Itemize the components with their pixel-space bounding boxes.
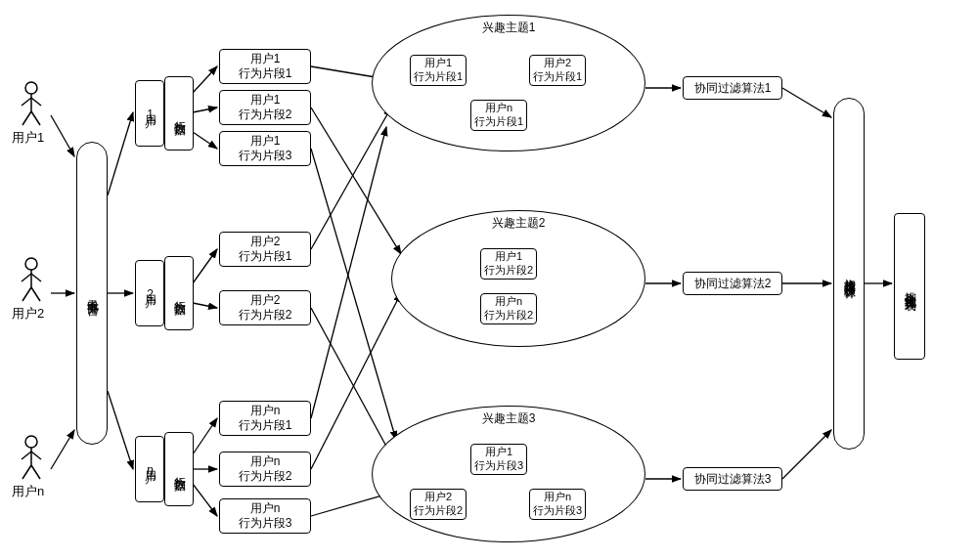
user-label-1: 用户1	[12, 129, 44, 147]
topic-1-b3: 用户n 行为片段1	[470, 100, 527, 131]
user-box-1-label: 用户1	[143, 106, 157, 122]
topic-3-title: 兴趣主题3	[482, 410, 536, 427]
behavior-box-1-label: 行为数据	[172, 111, 187, 115]
user-box-2: 用户2	[135, 260, 164, 326]
seg-u2s1: 用户2 行为片段1	[219, 232, 311, 267]
svg-line-7	[193, 108, 217, 112]
svg-line-18	[311, 308, 396, 464]
algo-3: 协同过滤算法3	[683, 467, 782, 491]
user-icon-2	[18, 256, 45, 303]
seg-uns1: 用户n 行为片段1	[219, 401, 311, 436]
svg-line-14	[311, 66, 381, 78]
behavior-box-n-label: 行为数据	[172, 467, 187, 471]
svg-line-13	[193, 484, 217, 516]
seg-u1s1: 用户1 行为片段1	[219, 49, 311, 84]
svg-line-17	[311, 108, 391, 249]
topic-1-b2: 用户2 行为片段1	[529, 55, 586, 86]
user-icon-n	[18, 434, 45, 481]
svg-line-44	[31, 452, 41, 459]
seg-u2s2: 用户2 行为片段2	[219, 290, 311, 325]
topic-3: 兴趣主题3 用户1 行为片段3 用户2 行为片段2 用户n 行为片段3	[372, 406, 645, 542]
svg-line-40	[31, 287, 40, 301]
user-box-1: 用户1	[135, 80, 164, 147]
svg-line-32	[31, 98, 41, 106]
svg-line-27	[782, 430, 831, 479]
topic-2-title: 兴趣主题2	[492, 215, 546, 232]
final-box: 排列个性化推荐列表	[894, 213, 925, 360]
svg-point-35	[25, 258, 37, 270]
behavior-box-2: 行为数据	[164, 256, 194, 330]
svg-point-29	[25, 82, 37, 94]
svg-line-39	[22, 287, 31, 301]
user-label-n: 用户n	[12, 483, 44, 500]
topic-1-title: 兴趣主题1	[482, 20, 536, 36]
seg-u1s3: 用户1 行为片段3	[219, 131, 311, 166]
final-label: 排列个性化推荐列表	[903, 282, 917, 291]
algo-2: 协同过滤算法2	[683, 272, 782, 295]
svg-line-0	[51, 115, 74, 156]
svg-line-31	[22, 98, 31, 106]
svg-line-11	[193, 418, 217, 454]
svg-line-15	[311, 108, 401, 254]
topic-2-b1: 用户1 行为片段2	[480, 248, 537, 280]
svg-line-8	[193, 132, 217, 149]
svg-line-16	[311, 149, 396, 440]
user-box-n: 用户n	[135, 436, 164, 502]
platform-pill: 电子商务平台	[76, 142, 108, 445]
svg-line-19	[311, 127, 386, 418]
topic-1: 兴趣主题1 用户1 行为片段1 用户2 行为片段1 用户n 行为片段1	[372, 15, 645, 151]
svg-point-41	[25, 436, 37, 448]
svg-line-3	[108, 112, 133, 195]
svg-line-43	[22, 452, 31, 459]
algo-1: 协同过滤算法1	[683, 76, 782, 100]
svg-line-5	[108, 391, 133, 469]
seg-uns2: 用户n 行为片段2	[219, 452, 311, 487]
topic-3-b2: 用户2 行为片段2	[410, 489, 467, 520]
svg-line-34	[31, 111, 40, 125]
svg-line-33	[22, 111, 31, 125]
svg-line-45	[22, 465, 31, 479]
topic-1-b1: 用户1 行为片段1	[410, 55, 467, 86]
user-box-n-label: 用户n	[143, 461, 157, 478]
topic-2-b2: 用户n 行为片段2	[480, 293, 537, 324]
user-icon-1	[18, 80, 45, 127]
svg-line-9	[193, 249, 217, 283]
seg-uns3: 用户n 行为片段3	[219, 498, 311, 534]
user-box-2-label: 用户2	[143, 285, 157, 302]
user-label-2: 用户2	[12, 305, 44, 323]
svg-line-46	[31, 465, 40, 479]
platform-label: 电子商务平台	[84, 290, 101, 296]
weighted-label: 初步推荐结果加权计算	[841, 269, 858, 279]
svg-line-2	[51, 430, 74, 469]
seg-u1s2: 用户1 行为片段2	[219, 90, 311, 125]
behavior-box-2-label: 行为数据	[172, 291, 187, 295]
behavior-box-n: 行为数据	[164, 432, 194, 506]
topic-3-b3: 用户n 行为片段3	[529, 489, 586, 520]
topic-2: 兴趣主题2 用户1 行为片段2 用户n 行为片段2	[391, 210, 645, 347]
svg-line-6	[193, 66, 217, 93]
topic-3-b1: 用户1 行为片段3	[470, 444, 527, 475]
behavior-box-1: 行为数据	[164, 76, 194, 151]
svg-line-25	[782, 88, 831, 117]
svg-line-38	[31, 274, 41, 281]
weighted-pill: 初步推荐结果加权计算	[833, 98, 865, 450]
svg-line-10	[193, 303, 217, 308]
svg-line-37	[22, 274, 31, 281]
